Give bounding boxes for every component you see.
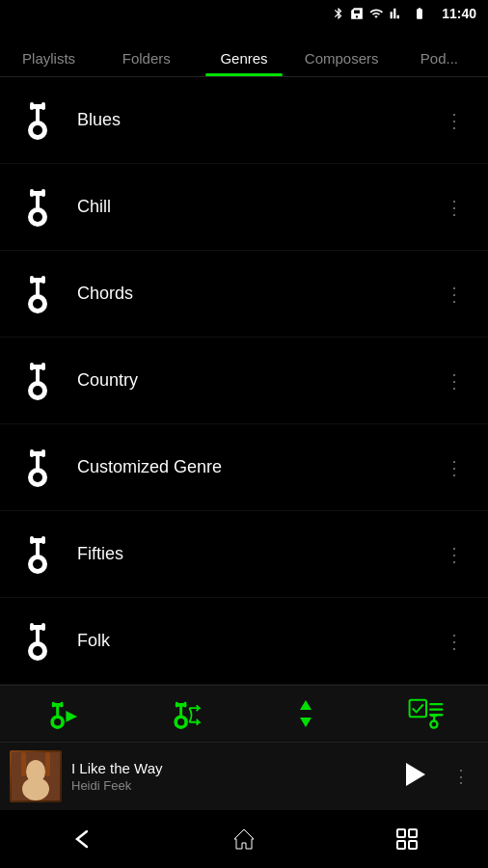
list-item[interactable]: Fifties ⋮ [0,511,488,598]
svg-point-54 [30,627,34,631]
svg-point-13 [41,189,45,193]
now-playing-bar[interactable]: I Like the Way Heidi Feek ⋮ [0,743,488,810]
album-art-image [10,750,62,802]
svg-marker-74 [300,718,312,727]
more-button[interactable]: ⋮ [437,101,473,140]
svg-point-41 [33,559,42,569]
now-playing-more-button[interactable]: ⋮ [445,758,478,795]
play-mode-button[interactable] [36,691,88,737]
svg-point-25 [33,386,42,395]
svg-point-14 [30,193,34,197]
svg-point-23 [41,280,45,284]
album-cover-art [12,752,60,800]
tab-playlists[interactable]: Playlists [0,50,97,76]
svg-point-49 [33,646,42,656]
back-icon [68,826,95,853]
player-controls-bar [0,685,488,743]
guitar-icon [20,99,55,142]
svg-point-70 [184,702,187,705]
home-button[interactable] [221,816,267,862]
home-icon [230,826,258,853]
svg-point-20 [30,276,34,280]
svg-point-44 [30,536,34,540]
list-item[interactable]: Country ⋮ [0,338,488,424]
song-info: I Like the Way Heidi Feek [71,760,383,793]
list-item[interactable]: Blues ⋮ [0,77,488,164]
svg-point-85 [22,777,49,800]
status-time: 11:40 [442,6,476,21]
svg-point-7 [41,106,45,110]
more-button[interactable]: ⋮ [437,535,473,574]
svg-point-71 [176,705,178,708]
list-item[interactable]: Folk ⋮ [0,598,488,685]
svg-marker-64 [66,711,77,722]
svg-point-69 [176,702,178,705]
list-item[interactable]: Chords ⋮ [0,251,488,338]
play-guitar-icon [43,698,80,729]
battery-icon [409,7,430,20]
svg-rect-77 [429,708,443,710]
svg-point-31 [41,366,45,370]
svg-point-52 [30,623,34,627]
sort-button[interactable] [283,691,329,737]
song-artist: Heidi Feek [71,778,383,793]
svg-point-30 [30,366,34,370]
genre-icon [15,446,60,490]
svg-point-80 [432,722,437,727]
svg-marker-88 [406,763,425,786]
more-button[interactable]: ⋮ [437,362,473,400]
svg-point-1 [33,125,42,135]
guitar-icon [20,533,55,576]
back-button[interactable] [58,816,104,862]
play-pause-button[interactable] [393,753,435,800]
recents-button[interactable] [384,816,430,862]
svg-point-66 [177,719,184,725]
tab-podcasts[interactable]: Pod... [391,50,488,76]
list-item[interactable]: Customized Genre ⋮ [0,424,488,511]
bluetooth-icon [332,7,345,20]
svg-point-5 [41,102,45,106]
svg-point-4 [30,102,34,106]
status-bar: 11:40 [0,0,488,27]
svg-point-60 [52,702,55,705]
tab-composers[interactable]: Composers [293,50,391,76]
svg-point-53 [41,623,45,627]
tab-genres[interactable]: Genres [195,50,292,76]
queue-button[interactable] [400,691,452,737]
more-button[interactable]: ⋮ [437,188,473,227]
more-button[interactable]: ⋮ [437,448,473,487]
play-icon [400,761,427,788]
svg-point-9 [33,212,42,222]
svg-point-37 [41,449,45,453]
genre-list: Blues ⋮ Chill ⋮ [0,77,488,685]
svg-point-72 [184,705,187,708]
svg-rect-91 [397,841,405,849]
genre-name: Chill [77,197,437,217]
svg-rect-89 [397,829,405,837]
more-button[interactable]: ⋮ [437,622,473,661]
genre-icon [15,619,60,664]
svg-point-33 [33,473,42,482]
svg-rect-75 [410,700,426,717]
svg-point-39 [41,453,45,457]
genre-name: Fifties [77,544,437,564]
svg-point-55 [41,627,45,631]
genre-icon [15,532,60,577]
more-button[interactable]: ⋮ [437,275,473,313]
signal-icon [389,7,404,20]
genre-name: Chords [77,284,437,304]
genre-name: Country [77,370,437,391]
list-item[interactable]: Chill ⋮ [0,164,488,251]
tab-folders[interactable]: Folders [97,50,195,76]
svg-rect-86 [21,752,26,776]
svg-rect-82 [431,715,437,717]
svg-point-61 [61,702,64,705]
nav-bar [0,810,488,868]
svg-point-21 [41,276,45,280]
svg-point-12 [30,189,34,193]
shuffle-button[interactable] [159,691,211,737]
status-icons [332,7,430,20]
song-title: I Like the Way [71,760,383,776]
genre-icon [15,185,60,230]
genre-icon [15,359,60,403]
